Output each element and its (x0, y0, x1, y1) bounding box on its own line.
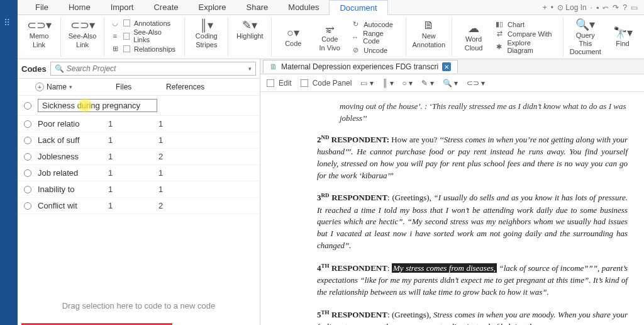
undo-icon[interactable]: ⤺ (602, 3, 609, 12)
code-panel-toggle[interactable]: Code Panel (301, 79, 352, 88)
code-name: Inability to (38, 185, 108, 194)
see-also-links-toggle[interactable]: ≡See-Also Links (111, 28, 178, 43)
find-button[interactable]: 🔭▾Find (608, 26, 638, 48)
circle-icon: ○▾ (287, 26, 299, 39)
chevron-down-icon[interactable]: ▾ (248, 66, 252, 72)
visualize-group: ▮▯Chart ⇄Compare With ✱Explore Diagram (495, 20, 556, 54)
annotation-icon: ◡ (111, 19, 119, 27)
add-code-icon[interactable]: + (35, 83, 44, 91)
document-tab[interactable]: 🗎 Maternal Depression experiences FDG tr… (263, 60, 458, 73)
search-project[interactable]: 🔍 ▾ (50, 62, 256, 76)
col-name[interactable]: Name ▾ (47, 83, 116, 91)
code-marker-icon (24, 169, 31, 177)
code-row[interactable]: Poor relatio11 (18, 116, 260, 132)
redo-icon[interactable]: ↷ (613, 3, 619, 12)
code-refs: 2 (158, 152, 255, 161)
compare-icon: ⇄ (495, 30, 504, 38)
menu-document[interactable]: Document (329, 0, 387, 16)
code-name-input[interactable]: Sickness during pregnancy (38, 99, 157, 112)
close-tab-button[interactable]: ✕ (442, 62, 451, 71)
see-also-link-button[interactable]: ⊂⊃▾See-AlsoLink (67, 19, 97, 48)
menu-file[interactable]: File (25, 0, 58, 14)
code-files: 1 (108, 201, 158, 210)
code-refs: 1 (158, 135, 255, 145)
menu-modules[interactable]: Modules (278, 0, 329, 14)
respondent-3: 3RD RESPONDENT: (Greetings), “I usually … (317, 191, 628, 252)
code-files: 1 (108, 168, 158, 178)
relationships-toggle[interactable]: ⊞Relationships (111, 45, 178, 53)
links-group: ◡Annotations ≡See-Also Links ⊞Relationsh… (111, 19, 178, 53)
code-row-editing[interactable]: Sickness during pregnancy (18, 96, 260, 116)
search-input[interactable] (67, 64, 248, 73)
query-this-document-button[interactable]: 🔍▾Query ThisDocument (570, 18, 601, 56)
code-marker-icon (24, 102, 31, 110)
code-dropdown[interactable]: ○ ▾ (402, 79, 413, 88)
annotations-toggle[interactable]: ◡Annotations (111, 19, 178, 27)
code-row[interactable]: Joblesness12 (18, 149, 260, 165)
col-files[interactable]: Files (116, 83, 166, 91)
invivo-icon: ⥵ (325, 22, 335, 35)
code-row[interactable]: Job related11 (18, 165, 260, 181)
code-files: 1 (108, 152, 158, 161)
autocode-button[interactable]: ↻Autocode (351, 20, 399, 28)
document-tabs: 🗎 Maternal Depression experiences FDG tr… (260, 59, 644, 74)
menu-import[interactable]: Import (101, 0, 144, 14)
cloud-icon: ☁ (468, 22, 479, 35)
explore-diagram-button[interactable]: ✱Explore Diagram (495, 39, 556, 54)
highlight-dropdown[interactable]: ✎ ▾ (421, 79, 433, 88)
col-references[interactable]: References (166, 83, 255, 91)
chart-button[interactable]: ▮▯Chart (495, 20, 556, 28)
code-marker-icon (24, 153, 31, 161)
link-dropdown[interactable]: ⊂⊃ ▾ (467, 79, 485, 88)
highlight-button[interactable]: ✎▾Highlight (235, 19, 265, 40)
highlighted-text[interactable]: My stress comes from diseases, (392, 263, 497, 273)
code-marker-icon (24, 120, 31, 128)
edit-toggle[interactable]: Edit (267, 79, 292, 88)
plus-icon[interactable]: + (543, 3, 547, 12)
range-code-button[interactable]: ↔Range Code (351, 30, 399, 45)
code-row[interactable]: Conflict wit12 (18, 198, 260, 214)
coding-stripes-button[interactable]: ║▾CodingStripes (191, 19, 221, 48)
code-name: Job related (38, 168, 108, 178)
respondent-4: 4TH RESPONDENT: My stress comes from dis… (317, 262, 628, 299)
menu-share[interactable]: Share (236, 0, 279, 14)
word-cloud-button[interactable]: ☁WordCloud (458, 22, 489, 52)
range-icon: ↔ (351, 33, 359, 41)
codes-panel: Codes 🔍 ▾ + Name ▾ Files References Sick… (18, 59, 260, 325)
menu-create[interactable]: Create (143, 0, 188, 14)
document-body[interactable]: moving out of the house’. : ‘This really… (260, 92, 644, 325)
code-button[interactable]: ○▾Code (278, 26, 308, 48)
code-name: Lack of suff (38, 135, 108, 145)
menu-home[interactable]: Home (58, 0, 101, 14)
menu-bar: File Home Import Create Explore Share Mo… (18, 0, 644, 15)
diagram-icon: ✱ (495, 43, 503, 51)
code-row[interactable]: Inability to11 (18, 181, 260, 198)
binoculars-icon: 🔭▾ (613, 26, 633, 39)
link-icon: ⊂⊃▾ (70, 19, 95, 31)
compare-with-button[interactable]: ⇄Compare With (495, 30, 556, 38)
login-link[interactable]: ⊙ Log In (557, 3, 587, 12)
sort-down-icon: ▾ (69, 84, 72, 90)
code-row[interactable]: Lack of suff11 (18, 132, 260, 149)
document-pane: 🗎 Maternal Depression experiences FDG tr… (260, 59, 644, 325)
note-icon: 🗎 (423, 19, 435, 31)
code-name: Poor relatio (38, 119, 108, 128)
layout-dropdown[interactable]: ▭ ▾ (360, 79, 373, 88)
code-files: 1 (108, 119, 158, 128)
highlight-icon: ✎▾ (242, 19, 257, 31)
app-grip-icon: ⠿ (4, 18, 11, 28)
memo-link-button[interactable]: ⊂⊃▾MemoLink (24, 19, 54, 48)
code-files: 1 (108, 135, 158, 145)
stripes-dropdown[interactable]: ║ ▾ (382, 79, 394, 88)
uncode-button[interactable]: ⊘Uncode (351, 46, 399, 54)
new-annotation-button[interactable]: 🗎NewAnnotation (413, 19, 446, 48)
save-icon[interactable]: ▪ (596, 3, 599, 12)
zoom-dropdown[interactable]: 🔍 ▾ (443, 79, 458, 88)
help-icon[interactable]: ? (623, 3, 627, 12)
code-refs: 1 (158, 168, 255, 178)
code-in-vivo-button[interactable]: ⥵CodeIn Vivo (314, 22, 345, 52)
code-refs: 1 (158, 119, 255, 128)
menu-explore[interactable]: Explore (189, 0, 236, 14)
chat-icon[interactable]: ▭ (631, 3, 638, 12)
respondent-2: 2ND RESPONDENT: How are you? ‘‘Stress co… (317, 134, 628, 182)
